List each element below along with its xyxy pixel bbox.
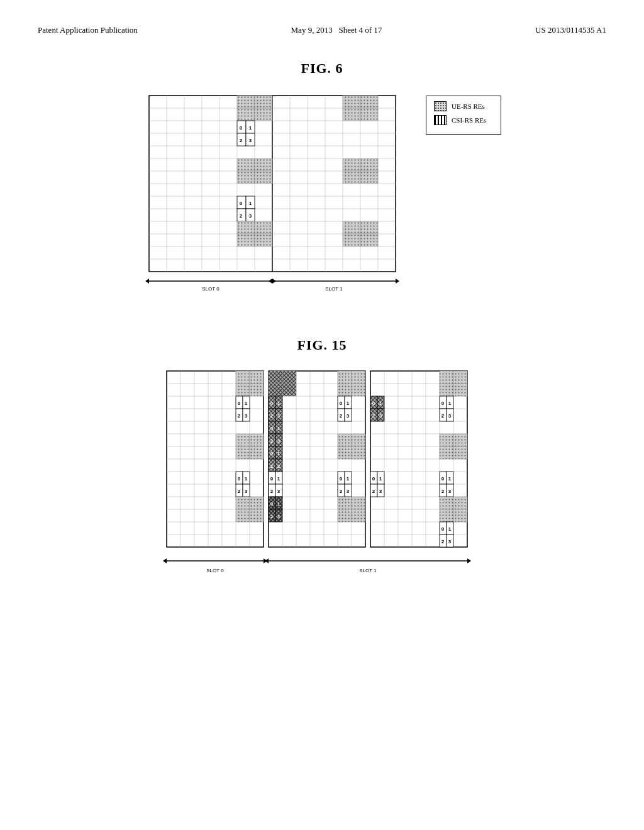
svg-rect-153	[250, 384, 264, 396]
svg-rect-41	[360, 108, 378, 121]
svg-text:2: 2	[270, 413, 274, 419]
svg-text:2: 2	[441, 489, 445, 494]
svg-text:1: 1	[249, 201, 252, 206]
header-publication: Patent Application Publication	[38, 25, 138, 35]
legend-item-uers: UE-RS REs	[434, 101, 493, 111]
svg-rect-162	[236, 434, 250, 446]
legend-label-uers: UE-RS REs	[452, 102, 485, 110]
svg-rect-53	[360, 158, 378, 171]
svg-marker-75	[145, 279, 149, 284]
svg-text:0: 0	[240, 125, 243, 131]
svg-rect-151	[250, 371, 264, 384]
svg-text:0: 0	[441, 526, 445, 532]
svg-text:1: 1	[448, 401, 452, 406]
svg-rect-241	[352, 509, 365, 522]
svg-text:0: 0	[441, 401, 445, 406]
svg-rect-270	[440, 434, 453, 446]
svg-text:1: 1	[277, 501, 280, 507]
svg-text:0: 0	[238, 401, 241, 406]
svg-rect-213	[352, 446, 365, 459]
svg-text:1: 1	[379, 476, 382, 482]
svg-rect-291	[453, 497, 467, 509]
svg-rect-271	[453, 434, 467, 446]
svg-text:3: 3	[249, 213, 252, 219]
svg-text:0: 0	[238, 476, 241, 482]
header-patent: US 2013/0114535 A1	[535, 25, 606, 35]
svg-rect-40	[343, 108, 360, 121]
legend-box-dotted	[434, 101, 447, 111]
svg-text:3: 3	[277, 438, 280, 444]
figure-15-content: 0 1 2 3 0 1	[162, 366, 482, 601]
figure-15-section: FIG. 15	[38, 337, 606, 601]
svg-rect-240	[338, 509, 352, 522]
figure-6-content: 0 1 2 3	[143, 89, 501, 299]
svg-rect-165	[250, 446, 264, 459]
svg-marker-79	[269, 279, 272, 284]
fig6-grid: 0 1 2 3	[143, 89, 413, 299]
svg-text:0: 0	[372, 476, 375, 482]
svg-rect-211	[352, 434, 365, 446]
svg-rect-185	[352, 384, 365, 396]
svg-text:1: 1	[245, 401, 248, 406]
svg-text:3: 3	[448, 413, 452, 419]
svg-text:1: 1	[277, 401, 280, 406]
svg-text:0: 0	[270, 501, 274, 507]
svg-rect-250	[440, 371, 453, 384]
svg-text:2: 2	[240, 138, 243, 143]
svg-rect-178	[269, 371, 282, 384]
svg-text:0: 0	[270, 476, 274, 482]
page: Patent Application Publication May 9, 20…	[0, 0, 644, 830]
svg-text:2: 2	[238, 413, 241, 419]
svg-rect-67	[255, 221, 272, 234]
svg-text:2: 2	[270, 489, 274, 494]
svg-rect-38	[237, 108, 255, 121]
svg-rect-273	[453, 446, 467, 459]
svg-text:1: 1	[448, 526, 452, 532]
svg-text:1: 1	[245, 476, 248, 482]
svg-text:3: 3	[245, 489, 248, 494]
svg-text:0: 0	[441, 476, 445, 482]
svg-marker-307	[265, 558, 269, 563]
svg-text:2: 2	[270, 463, 274, 469]
svg-text:2: 2	[372, 489, 375, 494]
svg-text:3: 3	[347, 489, 350, 494]
svg-rect-292	[440, 509, 453, 522]
svg-rect-68	[343, 221, 360, 234]
svg-text:2: 2	[238, 489, 241, 494]
svg-text:2: 2	[441, 413, 445, 419]
svg-rect-57	[360, 171, 378, 184]
svg-rect-50	[237, 158, 255, 171]
figure-15-title: FIG. 15	[297, 337, 347, 353]
svg-rect-70	[237, 234, 255, 246]
svg-text:3: 3	[347, 413, 350, 419]
svg-rect-239	[352, 497, 365, 509]
svg-text:3: 3	[379, 489, 382, 494]
svg-text:2: 2	[340, 489, 343, 494]
svg-text:2: 2	[270, 514, 274, 519]
svg-rect-34	[237, 96, 255, 108]
svg-text:3: 3	[277, 413, 280, 419]
legend-box-striped	[434, 115, 447, 125]
svg-text:0: 0	[270, 401, 274, 406]
svg-rect-290	[440, 497, 453, 509]
svg-text:3: 3	[379, 413, 382, 419]
svg-text:2: 2	[441, 539, 445, 545]
svg-text:3: 3	[277, 463, 280, 469]
svg-rect-177	[250, 509, 264, 522]
svg-rect-37	[360, 96, 378, 108]
svg-text:1: 1	[347, 401, 350, 406]
svg-rect-152	[236, 384, 250, 396]
page-header: Patent Application Publication May 9, 20…	[38, 25, 606, 35]
svg-rect-150	[236, 371, 250, 384]
svg-rect-69	[360, 221, 378, 234]
svg-text:3: 3	[245, 413, 248, 419]
legend-label-csirs: CSI-RS REs	[452, 116, 486, 124]
svg-text:1: 1	[448, 476, 452, 482]
svg-rect-52	[343, 158, 360, 171]
svg-text:3: 3	[277, 514, 280, 519]
svg-text:3: 3	[277, 489, 280, 494]
svg-text:SLOT 1: SLOT 1	[325, 286, 343, 292]
svg-text:1: 1	[347, 476, 350, 482]
svg-rect-71	[255, 234, 272, 246]
svg-text:0: 0	[340, 476, 343, 482]
